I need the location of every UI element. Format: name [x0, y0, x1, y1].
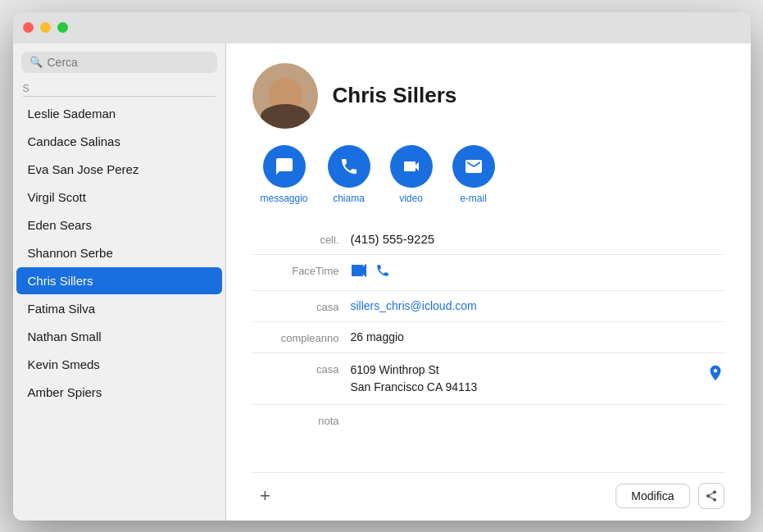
field-value-address[interactable]: 6109 Winthrop StSan Francisco CA 94113: [351, 361, 706, 396]
facetime-video-icon[interactable]: [351, 264, 369, 281]
field-value-birthday: 26 maggio: [351, 330, 724, 343]
field-nota: nota: [252, 405, 724, 471]
action-buttons: messaggio chiama: [252, 145, 724, 204]
action-chiama[interactable]: chiama: [328, 145, 370, 204]
field-birthday: compleanno 26 maggio: [252, 322, 724, 353]
action-messaggio[interactable]: messaggio: [261, 145, 308, 204]
messaggio-icon: [263, 145, 306, 188]
contact-leslie-sademan[interactable]: Leslie Sademan: [16, 100, 222, 127]
facetime-icons: [351, 263, 390, 282]
contact-kevin-smeds[interactable]: Kevin Smeds: [16, 351, 222, 378]
field-label-birthday: compleanno: [252, 330, 351, 344]
field-label-nota: nota: [252, 413, 351, 427]
title-bar: [13, 12, 751, 43]
fields-section: cell. (415) 555-9225 FaceTime: [252, 224, 724, 472]
avatar: [252, 63, 318, 129]
field-address: casa 6109 Winthrop StSan Francisco CA 94…: [252, 353, 724, 405]
maps-pin-icon[interactable]: [706, 361, 724, 387]
sidebar: 🔍 S Leslie Sademan Candace Salinas Eva S…: [13, 43, 226, 521]
field-address-content: casa 6109 Winthrop StSan Francisco CA 94…: [252, 361, 706, 396]
field-label-phone: cell.: [252, 232, 351, 246]
contact-candace-salinas[interactable]: Candace Salinas: [16, 128, 222, 155]
bottom-bar: + Modifica: [252, 472, 724, 521]
search-bar: 🔍: [13, 43, 225, 80]
field-value-email[interactable]: sillers_chris@icloud.com: [351, 299, 724, 312]
contact-name: Chris Sillers: [333, 83, 457, 108]
add-button[interactable]: +: [252, 483, 279, 509]
search-input[interactable]: [48, 56, 209, 69]
edit-button[interactable]: Modifica: [615, 484, 689, 508]
avatar-face: [252, 63, 318, 129]
contact-amber-spiers[interactable]: Amber Spiers: [16, 379, 222, 406]
main-content: 🔍 S Leslie Sademan Candace Salinas Eva S…: [13, 43, 751, 521]
video-icon: [390, 145, 433, 188]
field-facetime: FaceTime: [252, 255, 724, 291]
contact-header: Chris Sillers: [252, 63, 724, 129]
bottom-right: Modifica: [615, 483, 724, 509]
close-button[interactable]: [23, 22, 34, 33]
chiama-label: chiama: [333, 193, 365, 204]
section-divider: [23, 96, 216, 97]
action-video[interactable]: video: [390, 145, 433, 204]
field-value-phone[interactable]: (415) 555-9225: [351, 232, 724, 246]
video-label: video: [399, 193, 423, 204]
email-icon: [452, 145, 495, 188]
chiama-icon: [328, 145, 370, 188]
contact-chris-sillers[interactable]: Chris Sillers: [16, 267, 222, 294]
contact-eden-sears[interactable]: Eden Sears: [16, 211, 222, 239]
field-email: casa sillers_chris@icloud.com: [252, 291, 724, 322]
email-label: e-mail: [460, 193, 487, 204]
maximize-button[interactable]: [57, 22, 68, 33]
section-label-s: S: [13, 80, 225, 96]
bottom-left: +: [252, 483, 279, 509]
contact-fatima-silva[interactable]: Fatima Silva: [16, 295, 222, 322]
field-label-facetime: FaceTime: [252, 263, 351, 277]
messaggio-label: messaggio: [261, 193, 308, 204]
field-label-address: casa: [252, 361, 351, 375]
contact-shannon-serbe[interactable]: Shannon Serbe: [16, 239, 222, 266]
contact-virgil-scott[interactable]: Virgil Scott: [16, 184, 222, 211]
minimize-button[interactable]: [40, 22, 51, 33]
search-icon: 🔍: [30, 56, 43, 68]
share-button[interactable]: [698, 483, 724, 509]
facetime-phone-icon[interactable]: [375, 263, 390, 282]
app-window: 🔍 S Leslie Sademan Candace Salinas Eva S…: [13, 12, 751, 521]
contact-nathan-small[interactable]: Nathan Small: [16, 323, 222, 350]
field-phone: cell. (415) 555-9225: [252, 224, 724, 255]
contact-eva-san-jose-perez[interactable]: Eva San Jose Perez: [16, 156, 222, 183]
contacts-list: S Leslie Sademan Candace Salinas Eva San…: [13, 80, 225, 521]
action-email[interactable]: e-mail: [452, 145, 495, 204]
detail-panel: Chris Sillers messaggio: [226, 43, 751, 521]
search-wrapper[interactable]: 🔍: [21, 52, 217, 73]
field-label-email: casa: [252, 299, 351, 313]
